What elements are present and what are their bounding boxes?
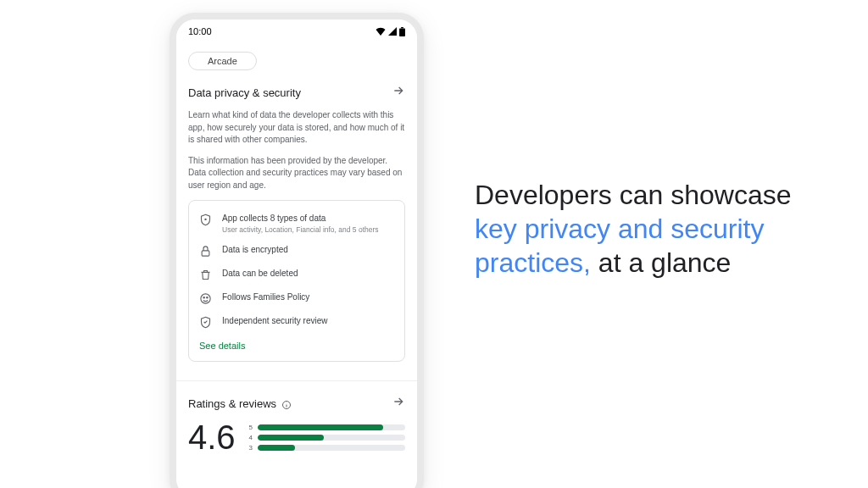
svg-rect-3	[202, 251, 209, 256]
ratings-body: 4.6 5 4 3	[188, 420, 405, 454]
row-title: Data can be deleted	[222, 268, 394, 279]
privacy-desc-2: This information has been provided by th…	[188, 155, 405, 192]
arrow-right-icon	[392, 395, 405, 412]
row-title: App collects 8 types of data	[222, 213, 394, 224]
data-row-encrypted: Data is encrypted	[199, 244, 394, 258]
marketing-part1: Developers can showcase	[475, 180, 792, 210]
category-chip[interactable]: Arcade	[188, 52, 257, 70]
ratings-section-header[interactable]: Ratings & reviews	[188, 395, 405, 412]
svg-rect-1	[401, 27, 403, 28]
data-row-delete: Data can be deleted	[199, 268, 394, 281]
badge-icon	[199, 316, 212, 329]
rating-bars: 5 4 3	[249, 420, 405, 454]
phone-frame: 10:00 Arcade Data privacy & security Lea…	[170, 13, 424, 488]
bar-fill	[258, 445, 294, 451]
phone-screen: 10:00 Arcade Data privacy & security Lea…	[176, 19, 417, 488]
svg-point-2	[205, 219, 206, 219]
bar-row-4: 4	[249, 434, 405, 441]
marketing-text: Developers can showcase key privacy and …	[475, 178, 831, 280]
data-row-families: Follows Families Policy	[199, 291, 394, 305]
status-bar: 10:00	[176, 19, 417, 40]
privacy-section-header[interactable]: Data privacy & security	[188, 84, 405, 101]
row-title: Independent security review	[222, 315, 394, 326]
marketing-part2: at a glance	[591, 247, 731, 278]
svg-point-4	[201, 294, 210, 303]
row-title: Follows Families Policy	[222, 291, 394, 302]
row-sub: User activity, Location, Fiancial info, …	[222, 225, 394, 234]
bar-row-3: 3	[249, 444, 405, 452]
arrow-right-icon	[392, 84, 405, 101]
battery-icon	[399, 27, 405, 36]
svg-point-5	[203, 297, 205, 299]
shield-icon	[199, 214, 212, 226]
rating-score: 4.6	[188, 420, 236, 454]
bar-label: 5	[249, 424, 253, 431]
info-icon[interactable]	[281, 398, 292, 408]
trash-icon	[199, 269, 212, 281]
privacy-desc-1: Learn what kind of data the developer co…	[188, 109, 405, 147]
privacy-section-title: Data privacy & security	[188, 86, 301, 99]
section-divider	[176, 380, 417, 381]
svg-point-6	[207, 297, 209, 299]
see-details-link[interactable]: See details	[199, 341, 245, 351]
family-icon	[199, 292, 212, 305]
status-icons	[376, 27, 405, 36]
svg-rect-0	[399, 28, 405, 36]
bar-fill	[258, 435, 324, 441]
ratings-title: Ratings & reviews	[188, 397, 276, 410]
data-row-collects: App collects 8 types of data User activi…	[199, 213, 394, 234]
lock-icon	[199, 245, 212, 258]
content-area: Arcade Data privacy & security Learn wha…	[176, 40, 417, 488]
data-row-review: Independent security review	[199, 315, 394, 329]
bar-fill	[258, 424, 383, 430]
signal-icon	[388, 27, 397, 36]
bar-row-5: 5	[249, 424, 405, 431]
privacy-card: App collects 8 types of data User activi…	[188, 200, 405, 362]
bar-label: 4	[249, 434, 253, 441]
row-title: Data is encrypted	[222, 244, 394, 255]
bar-label: 3	[249, 444, 253, 452]
wifi-icon	[376, 27, 386, 36]
status-time: 10:00	[188, 26, 212, 36]
